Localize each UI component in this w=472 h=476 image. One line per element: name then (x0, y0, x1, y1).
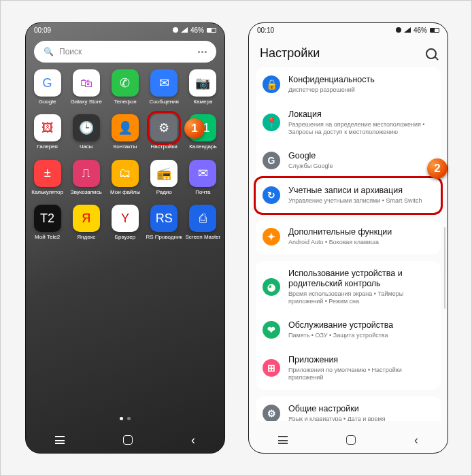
app-clock[interactable]: 🕒Часы (68, 114, 105, 150)
settings-item-privacy[interactable]: 🔒КонфиденциальностьДиспетчер разрешений (256, 67, 441, 102)
app-icon-browser: Y (112, 205, 139, 232)
app-icon-my-files: 🗂 (112, 160, 139, 187)
page-indicator (26, 417, 224, 420)
nav-back[interactable]: ‹ (414, 434, 418, 446)
settings-item-desc: Службы Google (288, 163, 434, 170)
accounts-icon: ↻ (263, 186, 280, 204)
app-label: Почта (195, 190, 210, 195)
app-label: Screen Master (185, 235, 220, 240)
search-placeholder: Поиск (59, 47, 198, 56)
apps-icon: ⊞ (263, 359, 280, 377)
nav-back[interactable]: ‹ (191, 434, 195, 446)
battery-text: 46% (414, 27, 427, 34)
app-camera[interactable]: 📷Камера (184, 69, 221, 105)
status-bar: 00:10 46% (249, 23, 448, 37)
settings-item-desc: Разрешения на определение местоположения… (288, 121, 434, 136)
scrollbar[interactable] (444, 227, 445, 309)
settings-item-accounts[interactable]: ↻Учетные записи и архивацияУправление уч… (256, 178, 441, 213)
app-icon-clock: 🕒 (73, 114, 100, 141)
status-time: 00:10 (257, 27, 274, 34)
app-icon-mail: ✉ (189, 160, 216, 187)
app-label: Мой Tele2 (35, 235, 60, 240)
app-phone[interactable]: ✆Телефон (107, 69, 144, 105)
nav-recents[interactable] (55, 436, 65, 444)
signal-icon (404, 27, 411, 33)
app-rs-explorer[interactable]: RSRS Проводник (146, 205, 182, 240)
app-screen-master[interactable]: ⎙Screen Master (184, 205, 221, 240)
app-icon-settings: ⚙ (150, 114, 178, 141)
nav-recents[interactable] (278, 436, 288, 444)
app-gallery[interactable]: 🖼Галерея (29, 114, 66, 150)
battery-icon (430, 28, 439, 33)
app-mail[interactable]: ✉Почта (184, 160, 221, 195)
app-label: Календарь (189, 144, 216, 150)
app-tele2[interactable]: T2Мой Tele2 (29, 205, 66, 240)
app-label: Galaxy Store (71, 99, 102, 105)
app-contacts[interactable]: 👤Контакты (107, 114, 144, 150)
nav-home[interactable] (346, 435, 356, 445)
settings-item-desc: Язык и клавиатура • Дата и время (288, 415, 434, 421)
battery-text: 46% (190, 27, 204, 34)
app-voice-rec[interactable]: ⎍Звукозапись (68, 160, 105, 195)
app-icon-phone: ✆ (112, 69, 139, 97)
settings-item-location[interactable]: 📍ЛокацияРазрешения на определение местоп… (256, 102, 441, 144)
search-input[interactable]: 🔍 Поиск (34, 41, 216, 63)
phone-settings: 00:10 46% Настройки 🔒КонфиденциальностьД… (248, 22, 448, 454)
phone-homescreen: 00:09 46% 🔍 Поиск GGoogle🛍Galaxy Store✆Т… (25, 22, 225, 454)
location-icon: 📍 (263, 114, 280, 131)
settings-item-title: Учетные записи и архивация (288, 186, 434, 196)
app-my-files[interactable]: 🗂Мои файлы (107, 160, 144, 195)
settings-item-desc: Приложения по умолчанию • Настройки прил… (288, 367, 434, 381)
settings-header: Настройки (249, 37, 448, 67)
settings-item-desc: Управление учетными записями • Smart Swi… (288, 197, 434, 205)
wifi-icon (173, 27, 178, 33)
app-calculator[interactable]: ±Калькулятор (29, 160, 66, 195)
advanced-icon: ✦ (263, 228, 280, 245)
app-galaxy-store[interactable]: 🛍Galaxy Store (68, 69, 105, 105)
app-label: Галерея (37, 144, 58, 150)
settings-item-title: Общие настройки (288, 404, 434, 414)
settings-item-google[interactable]: GGoogleСлужбы Google (256, 143, 441, 178)
nav-home[interactable] (123, 435, 133, 445)
settings-item-desc: Диспетчер разрешений (288, 86, 434, 94)
app-label: Радио (156, 190, 172, 195)
app-label: Камера (193, 99, 212, 105)
app-label: RS Проводник (146, 235, 182, 240)
more-icon[interactable] (198, 51, 207, 53)
privacy-icon: 🔒 (263, 75, 280, 93)
search-icon[interactable] (426, 48, 437, 59)
app-label: Настройки (151, 144, 178, 150)
app-browser[interactable]: YБраузер (107, 205, 144, 240)
app-label: Контакты (114, 144, 137, 150)
app-radio[interactable]: 📻Радио (146, 160, 182, 195)
app-grid: GGoogle🛍Galaxy Store✆Телефон✉Сообщения📷К… (26, 69, 224, 241)
android-navbar: ‹ (249, 427, 448, 453)
app-icon-screen-master: ⎙ (189, 205, 216, 232)
callout-1: 1 (184, 118, 205, 139)
settings-item-title: Дополнительные функции (288, 227, 434, 237)
settings-item-wellbeing[interactable]: ◕Использование устройства и родительский… (256, 261, 441, 313)
app-label: Яндекс (77, 235, 95, 240)
settings-item-apps[interactable]: ⊞ПриложенияПриложения по умолчанию • Нас… (256, 347, 441, 390)
general-icon: ⚙ (263, 405, 280, 421)
settings-item-advanced[interactable]: ✦Дополнительные функцииAndroid Auto • Бо… (256, 220, 441, 254)
app-label: Звукозапись (71, 190, 102, 195)
app-icon-galaxy-store: 🛍 (73, 69, 100, 97)
wellbeing-icon: ◕ (263, 278, 280, 296)
app-google[interactable]: GGoogle (29, 69, 66, 105)
app-label: Часы (80, 144, 93, 150)
app-icon-tele2: T2 (34, 205, 61, 232)
settings-item-care[interactable]: ❤Обслуживание устройстваПамять • ОЗУ • З… (256, 313, 441, 347)
status-time: 00:09 (34, 27, 51, 34)
callout-2: 2 (427, 158, 448, 179)
app-messages[interactable]: ✉Сообщения (146, 69, 182, 105)
settings-item-general[interactable]: ⚙Общие настройкиЯзык и клавиатура • Дата… (256, 396, 441, 421)
app-label: Браузер (115, 235, 136, 240)
settings-item-title: Использование устройства и родительский … (288, 269, 434, 289)
app-icon-calculator: ± (34, 160, 61, 187)
app-yandex[interactable]: ЯЯндекс (68, 205, 105, 240)
battery-icon (207, 28, 216, 33)
page-title: Настройки (260, 46, 320, 61)
settings-list[interactable]: 🔒КонфиденциальностьДиспетчер разрешений📍… (249, 67, 448, 421)
app-settings[interactable]: ⚙Настройки (146, 114, 182, 150)
